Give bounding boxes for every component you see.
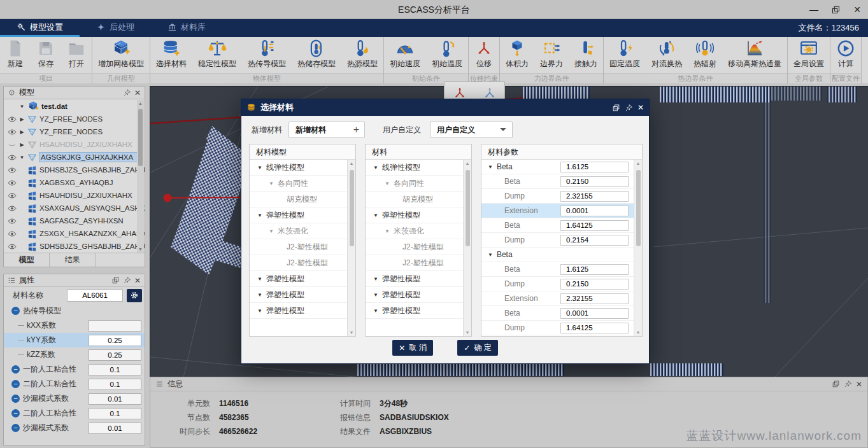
scrollbar-thumb[interactable] — [138, 109, 143, 166]
scroll-down-icon[interactable]: ▼ — [348, 330, 355, 335]
scroll-up-icon[interactable]: ▲ — [634, 161, 642, 165]
panel-tab[interactable]: 模型 — [4, 253, 50, 267]
material-item[interactable]: ▼ 米茨强化 — [366, 223, 463, 239]
tree-item[interactable]: ZSXGX_HSAKAZNZXK_AHASX — [4, 227, 145, 240]
material-item[interactable]: ▼ 弹塑性模型 — [366, 207, 463, 223]
scroll-up-icon[interactable]: ▲ — [137, 101, 144, 106]
ic-eye[interactable] — [8, 192, 17, 199]
property-value-input[interactable] — [89, 335, 141, 346]
material-settings-button[interactable] — [127, 289, 142, 302]
property-row[interactable]: – 热传导模型 — [4, 304, 145, 318]
ic-eye[interactable] — [8, 243, 17, 250]
column-scrollbar[interactable]: ▲ ▼ — [634, 160, 642, 336]
pin-icon[interactable] — [625, 104, 633, 112]
close-panel-icon[interactable]: ✕ — [134, 277, 141, 284]
toolbar-button[interactable]: 热源模型 — [341, 37, 383, 69]
material-model-item[interactable]: ▼ 弹塑性模型 — [250, 287, 347, 303]
scroll-down-icon[interactable]: ▼ — [137, 247, 144, 251]
tree-item[interactable]: ▶ HSAUHDISU_JZXIUXHAHX — [4, 138, 145, 151]
add-material-icon[interactable]: + — [348, 124, 364, 136]
property-row[interactable]: – 二阶人工粘合性 — [4, 377, 145, 391]
expand-arrow[interactable]: ▼ — [19, 104, 25, 109]
toolbar-button[interactable]: 打开 — [61, 37, 92, 69]
toolbar-button[interactable]: 位移 — [469, 37, 499, 69]
param-value-input[interactable] — [560, 162, 629, 172]
material-item[interactable]: ▼ 线弹性模型 — [366, 160, 463, 176]
param-value-input[interactable] — [560, 264, 629, 275]
material-model-item[interactable]: ▼ 各向同性 — [250, 176, 347, 192]
param-value-input[interactable] — [560, 220, 629, 231]
material-param-row[interactable]: ▼ Beta — [481, 160, 634, 174]
material-param-row[interactable]: Extension — [481, 291, 634, 306]
property-row[interactable]: – 沙漏模式系数 — [4, 391, 145, 406]
property-row[interactable]: – 沙漏模式系数 — [4, 421, 145, 435]
param-value-input[interactable] — [560, 176, 629, 187]
tree-item[interactable]: ▶ YZ_FREE_NODES — [4, 113, 145, 125]
scroll-up-icon[interactable]: ▲ — [348, 161, 355, 165]
material-param-row[interactable]: Extension — [481, 204, 634, 218]
collapse-minus-icon[interactable]: – — [11, 424, 20, 432]
toolbar-button[interactable]: 稳定性模型 — [192, 37, 242, 69]
material-model-item[interactable]: ▼ 弹塑性模型 — [250, 303, 347, 319]
property-row[interactable]: – kZZ系数 — [4, 347, 145, 362]
scrollbar-thumb[interactable] — [636, 170, 641, 246]
param-value-input[interactable] — [560, 293, 629, 304]
material-model-item[interactable]: J2-塑性模型 — [250, 255, 347, 271]
material-model-item[interactable]: ▼ 弹塑性模型 — [250, 207, 347, 223]
scroll-down-icon[interactable]: ▼ — [464, 330, 471, 335]
material-name-input[interactable] — [67, 290, 123, 302]
material-param-row[interactable]: Dump — [481, 277, 634, 291]
tree-item[interactable]: SDHSBJZS_GHSABJHB_ZAHU — [4, 164, 145, 176]
material-item[interactable]: 胡克模型 — [366, 192, 463, 207]
property-value-input[interactable] — [89, 408, 141, 419]
material-param-row[interactable]: Beta — [481, 174, 634, 189]
toolbar-button[interactable]: 边界力 — [534, 37, 569, 69]
toolbar-button[interactable]: 增加网格模型 — [92, 37, 150, 69]
tree-item[interactable]: SAGFASGZ_ASYHHXSN — [4, 214, 145, 227]
restore-button[interactable] — [825, 0, 846, 19]
toolbar-button[interactable]: 全局设置 — [788, 37, 830, 69]
toolbar-button[interactable]: 热储存模型 — [292, 37, 341, 69]
material-model-item[interactable]: J2-塑性模型 — [250, 239, 347, 255]
pin-icon[interactable] — [123, 276, 131, 284]
material-param-row[interactable]: Dump — [481, 321, 634, 335]
tree-root-item[interactable]: ▼ test.dat — [4, 100, 145, 113]
param-value-input[interactable] — [560, 235, 629, 246]
expand-arrow[interactable]: ▶ — [19, 129, 25, 135]
param-value-input[interactable] — [560, 279, 629, 290]
property-value-input[interactable] — [89, 379, 141, 390]
toolbar-button[interactable]: 初始速度 — [384, 37, 426, 69]
ic-eye[interactable] — [8, 179, 17, 186]
property-row[interactable]: – 二阶人工粘合性 — [4, 406, 145, 421]
material-param-row[interactable]: ▼ Beta — [481, 248, 634, 262]
property-value-input[interactable] — [89, 349, 141, 361]
expand-arrow[interactable]: ▶ — [19, 142, 25, 148]
ic-eye[interactable] — [8, 205, 17, 212]
toolbar-button[interactable]: 对流换热 — [646, 37, 688, 69]
toolbar-button[interactable]: 移动高斯热通量 — [722, 37, 787, 69]
property-value-input[interactable] — [89, 364, 141, 375]
tree-item[interactable]: ▼ AGSGKJKG_GJHXAJKHXA — [4, 151, 145, 164]
toolbar-button[interactable]: 热辐射 — [688, 37, 722, 69]
ic-eye[interactable] — [8, 218, 17, 225]
new-material-input[interactable] — [289, 125, 348, 134]
toolbar-button[interactable]: 热传导模型 — [242, 37, 292, 69]
collapse-minus-icon[interactable]: – — [11, 395, 20, 403]
dialog-header[interactable]: 选择材料 ✕ — [241, 99, 649, 116]
material-param-row[interactable]: Dump — [481, 189, 634, 204]
material-item[interactable]: ▼ 弹塑性模型 — [366, 303, 463, 319]
material-model-item[interactable]: ▼ 弹塑性模型 — [250, 271, 347, 287]
tree-item[interactable]: XSAXGAUS_AISYAQSH_ASHX — [4, 202, 145, 214]
material-item[interactable]: ▼ 各向同性 — [366, 176, 463, 192]
column-scrollbar[interactable]: ▲ ▼ — [463, 160, 471, 336]
material-item[interactable]: ▼ 弹塑性模型 — [366, 271, 463, 287]
scrollbar-thumb[interactable] — [350, 170, 354, 246]
material-model-item[interactable]: ▼ 米茨强化 — [250, 223, 347, 239]
restore-icon[interactable] — [111, 276, 120, 284]
panel-tab[interactable]: 结果 — [50, 253, 96, 267]
material-model-item[interactable]: ▼ 线弹性模型 — [250, 160, 347, 176]
ic-eye[interactable] — [8, 154, 17, 161]
ic-eye-closed[interactable] — [8, 141, 17, 148]
ic-eye[interactable] — [8, 167, 17, 174]
material-item[interactable]: J2-塑性模型 — [366, 255, 463, 271]
